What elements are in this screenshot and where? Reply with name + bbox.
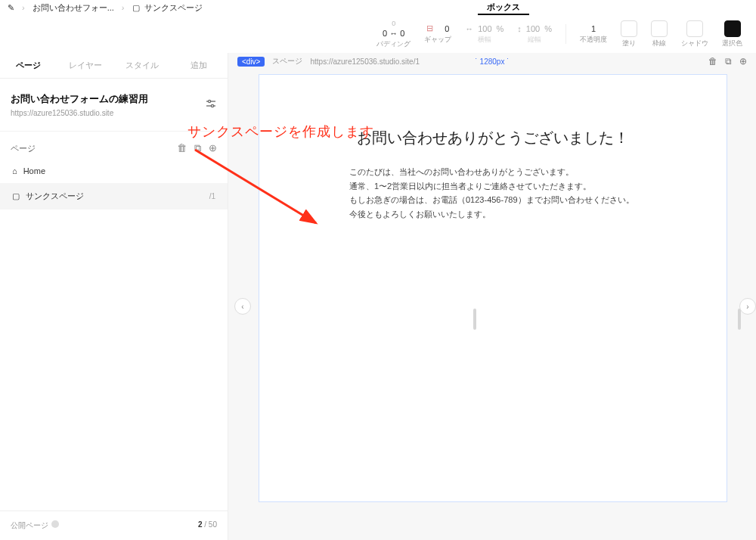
project-url[interactable]: https://azure125036.studio.site [11, 109, 148, 117]
collapse-right-icon[interactable]: › [739, 298, 756, 315]
trash-icon[interactable]: 🗑 [708, 56, 717, 67]
canvas-header: <div> スページ https://azure125036.studio.si… [228, 53, 756, 70]
pages-heading: ページ 🗑 ⧉ ⊕ [0, 132, 228, 159]
resize-handle-right[interactable] [738, 309, 741, 330]
page-icon: ▢ [132, 3, 140, 13]
svg-point-3 [211, 104, 213, 107]
info-badge-icon[interactable] [51, 520, 59, 528]
divider [565, 24, 566, 44]
element-tag[interactable]: <div> [237, 57, 265, 67]
shadow-swatch[interactable] [686, 20, 703, 37]
tab-page[interactable]: ページ [0, 53, 57, 78]
trash-icon[interactable]: 🗑 [177, 142, 187, 154]
prop-opacity[interactable]: 1 不透明度 [580, 24, 607, 45]
add-page-icon[interactable]: ⊕ [209, 142, 217, 154]
duplicate-icon[interactable]: ⧉ [194, 142, 201, 154]
pencil-icon[interactable]: ✎ [8, 3, 14, 13]
canvas-page-name: スページ [272, 56, 302, 67]
prop-border[interactable]: 枠線 [651, 20, 668, 48]
properties-bar: 0 0 ↔ 0 パディング ⊟ 0 ギャップ ↔ 100 % 横幅 ↕ 100 … [0, 15, 756, 53]
prop-width[interactable]: ↔ 100 % 横幅 [465, 24, 503, 45]
tab-box[interactable]: ボックス [478, 0, 529, 15]
sidebar: ページ レイヤー スタイル 追加 お問い合わせフォームの練習用 https://… [0, 53, 228, 540]
prop-padding[interactable]: 0 0 ↔ 0 パディング [376, 20, 411, 49]
chevron-right-icon: › [22, 3, 25, 12]
page-row-thanks[interactable]: ▢ サンクスページ /1 [0, 183, 228, 209]
page-icon: ▢ [12, 191, 20, 201]
settings-icon[interactable] [205, 98, 217, 112]
page-slug: /1 [209, 192, 215, 200]
canvas-url[interactable]: https://azure125036.studio.site/1 [310, 57, 420, 66]
top-breadcrumb: ✎ › お問い合わせフォー... › ▢ サンクスページ [0, 0, 756, 15]
sidebar-tabs: ページ レイヤー スタイル 追加 [0, 53, 228, 79]
prop-shadow[interactable]: シャドウ [681, 20, 708, 48]
prop-selcolor[interactable]: 選択色 [722, 20, 742, 48]
page-row-home[interactable]: ⌂ Home [0, 159, 228, 183]
tab-add[interactable]: 追加 [171, 53, 228, 78]
tab-layer[interactable]: レイヤー [57, 53, 113, 78]
chevron-right-icon: › [122, 3, 125, 12]
project-header: お問い合わせフォームの練習用 https://azure125036.studi… [0, 79, 228, 132]
prop-fill[interactable]: 塗り [621, 20, 637, 48]
canvas[interactable]: <div> スページ https://azure125036.studio.si… [228, 53, 756, 540]
content-body[interactable]: このたびは、当社へのお問い合わせありがとうございます。 通常、1〜2営業日以内に… [349, 165, 637, 222]
fill-swatch[interactable] [621, 20, 637, 37]
prop-height[interactable]: ↕ 100 % 縦幅 [517, 24, 552, 45]
border-swatch[interactable] [651, 20, 668, 37]
content-heading[interactable]: お問い合わせありがとうございました！ [327, 128, 658, 148]
copy-icon[interactable]: ⧉ [725, 56, 732, 67]
ruler-label: ˙ 1280px ˙ [475, 57, 509, 66]
resize-handle-left[interactable] [473, 309, 476, 330]
breadcrumb-project[interactable]: お問い合わせフォー... [33, 2, 114, 14]
artboard[interactable]: お問い合わせありがとうございました！ このたびは、当社へのお問い合わせありがとう… [259, 74, 727, 502]
breadcrumb-page[interactable]: サンクスページ [144, 2, 203, 14]
selcolor-swatch[interactable] [724, 20, 741, 37]
project-title: お問い合わせフォームの練習用 [11, 92, 148, 106]
add-icon[interactable]: ⊕ [739, 56, 747, 67]
collapse-left-icon[interactable]: ‹ [234, 298, 251, 315]
page-label: サンクスページ [26, 191, 84, 202]
svg-point-2 [208, 100, 210, 102]
sidebar-footer: 公開ページ 2 / 50 [0, 511, 228, 540]
tab-style[interactable]: スタイル [114, 53, 171, 78]
page-label: Home [23, 166, 45, 175]
prop-gap[interactable]: ⊟ 0 ギャップ [424, 23, 451, 45]
home-icon: ⌂ [12, 166, 17, 175]
